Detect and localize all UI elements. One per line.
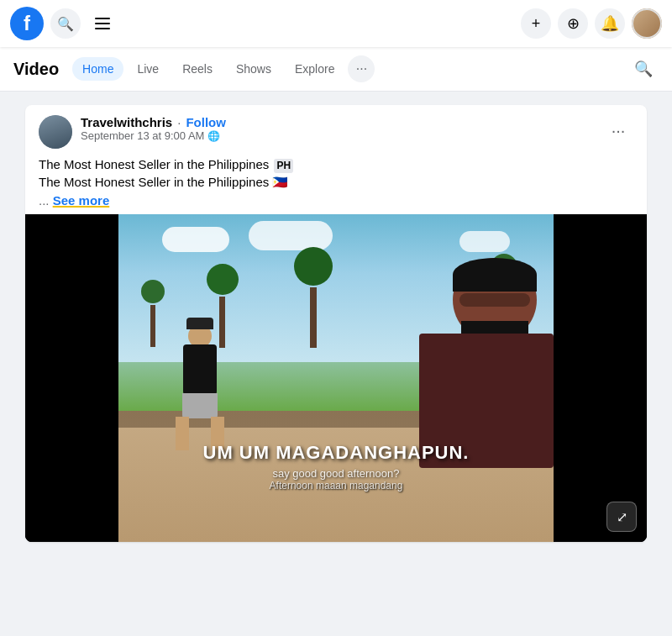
person-left-figure	[171, 324, 229, 450]
cloud-1	[162, 227, 229, 252]
video-container[interactable]: UM UM MAGADANGHAPUN. say good good after…	[25, 214, 647, 542]
nav-right-group: + ⊕ 🔔	[521, 8, 662, 39]
see-more-row: ... See more	[39, 193, 633, 208]
tab-explore[interactable]: Explore	[285, 57, 344, 81]
video-scene	[118, 214, 554, 542]
notifications-button[interactable]: 🔔	[595, 8, 625, 39]
tree-3	[292, 247, 334, 348]
messenger-button[interactable]: ⊕	[558, 8, 588, 39]
post-header: Travelwithchris · Follow September 13 at…	[25, 105, 647, 155]
see-more-prefix: ...	[39, 193, 50, 208]
hamburger-icon	[95, 23, 110, 24]
tab-shows[interactable]: Shows	[226, 57, 281, 81]
tree-crown	[207, 264, 239, 295]
video-section-title: Video	[13, 60, 59, 79]
video-black-left	[25, 214, 118, 542]
video-black-right	[554, 214, 647, 542]
hamburger-button[interactable]	[87, 8, 118, 39]
tree-trunk	[310, 287, 317, 348]
separator: ·	[177, 115, 181, 129]
content-area: Travelwithchris · Follow September 13 at…	[0, 92, 672, 555]
nav-left-group: f 🔍	[10, 7, 118, 40]
tab-live[interactable]: Live	[127, 57, 169, 81]
post-title-line2: The Most Honest Seller in the Philippine…	[39, 175, 633, 190]
tree-crown	[294, 247, 333, 286]
cloud-2	[249, 221, 333, 250]
post-more-button[interactable]: ···	[603, 115, 633, 145]
subtitle-main-text: UM UM MAGADANGHAPUN.	[42, 442, 630, 464]
expand-icon: ⤢	[617, 509, 627, 525]
person-right-glasses	[459, 293, 530, 307]
search-button[interactable]: 🔍	[50, 8, 81, 39]
video-frame: UM UM MAGADANGHAPUN. say good good after…	[25, 214, 647, 542]
tabs-more-button[interactable]: ···	[348, 55, 375, 82]
search-icon: 🔍	[57, 16, 74, 32]
facebook-logo[interactable]: f	[10, 7, 44, 40]
profile-avatar-button[interactable]	[632, 8, 662, 39]
post-author-name: Travelwithchris	[81, 115, 172, 129]
hamburger-icon	[95, 28, 110, 29]
hamburger-icon	[95, 18, 110, 19]
post-header-left: Travelwithchris · Follow September 13 at…	[39, 115, 226, 149]
ph-badge: PH	[274, 159, 293, 173]
tree-crown	[141, 280, 165, 303]
create-button[interactable]: +	[521, 8, 551, 39]
post-timestamp-row: September 13 at 9:00 AM 🌐	[81, 129, 226, 142]
video-section-header: Video Home Live Reels Shows Explore ··· …	[0, 47, 672, 92]
post-author-avatar[interactable]	[39, 115, 72, 149]
avatar	[632, 8, 662, 39]
avatar-image	[39, 115, 72, 149]
search-icon: 🔍	[634, 60, 653, 78]
post-timestamp: September 13 at 9:00 AM	[81, 129, 204, 142]
post-card: Travelwithchris · Follow September 13 at…	[25, 105, 647, 542]
see-more-link[interactable]: See more	[53, 193, 110, 208]
top-navigation: f 🔍 + ⊕ 🔔	[0, 0, 672, 47]
post-title-line1: The Most Honest Seller in the Philippine…	[39, 155, 633, 173]
person-right-head	[453, 258, 537, 342]
tree-1	[140, 280, 165, 347]
post-text-area: The Most Honest Seller in the Philippine…	[25, 155, 647, 214]
subtitle-secondary-text: say good good afternoon?	[42, 467, 630, 480]
bell-icon: 🔔	[601, 14, 619, 33]
tab-reels[interactable]: Reels	[172, 57, 223, 81]
subtitle-third-text: Afternoon maaan magandang	[42, 480, 630, 491]
messenger-icon: ⊕	[567, 14, 580, 33]
post-author-row: Travelwithchris · Follow	[81, 115, 226, 129]
tree-trunk	[150, 305, 155, 347]
person-left-hat	[186, 318, 213, 329]
plus-icon: +	[532, 15, 541, 33]
globe-icon: 🌐	[207, 130, 220, 142]
subtitle-overlay: UM UM MAGADANGHAPUN. say good good after…	[25, 442, 647, 491]
video-search-button[interactable]: 🔍	[628, 54, 659, 84]
person-left-shorts	[182, 393, 218, 418]
follow-link[interactable]: Follow	[186, 115, 226, 129]
expand-video-button[interactable]: ⤢	[606, 502, 637, 532]
video-nav-tabs: Home Live Reels Shows Explore ···	[72, 55, 618, 82]
person-right-hair	[453, 258, 537, 292]
person-left-body	[183, 344, 217, 395]
tab-home[interactable]: Home	[72, 57, 123, 81]
cloud-3	[459, 231, 510, 252]
post-meta: Travelwithchris · Follow September 13 at…	[81, 115, 226, 142]
